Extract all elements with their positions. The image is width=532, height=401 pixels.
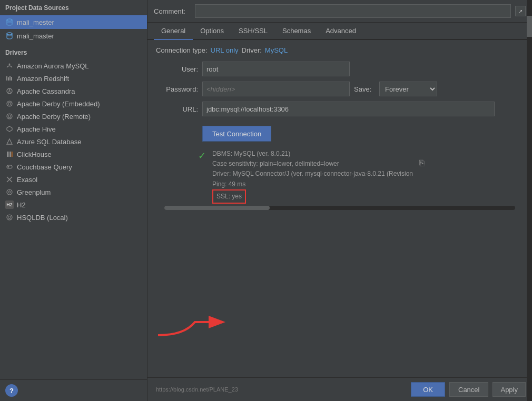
svg-rect-15 (7, 152, 8, 157)
datasource-item-mali-mester[interactable]: mali_mester (0, 15, 147, 29)
svg-point-2 (7, 33, 12, 35)
driver-label-exasol: Exasol (17, 176, 37, 184)
vertical-scrollbar[interactable] (527, 0, 532, 401)
apache-derby-remote-icon (5, 112, 14, 121)
url-input[interactable] (202, 102, 495, 116)
driver-label-apache-derby-embedded: Apache Derby (Embedded) (17, 100, 100, 108)
status-line-1: DBMS: MySQL (ver. 8.0.21) (212, 149, 413, 159)
driver-item-apache-cassandra[interactable]: Apache Cassandra (0, 85, 147, 97)
tab-ssh-ssl[interactable]: SSH/SSL (231, 23, 275, 40)
svg-point-10 (9, 89, 11, 91)
right-panel: Comment: ↗ General Options SSH/SSL Schem… (147, 0, 532, 401)
driver-item-hsqldb-local[interactable]: HSQLDB (Local) (0, 211, 147, 224)
svg-point-20 (8, 166, 9, 168)
driver-label-apache-hive: Apache Hive (17, 125, 56, 133)
password-input[interactable] (202, 82, 350, 96)
driver-label-h2: H2 (17, 201, 26, 209)
svg-rect-17 (10, 152, 11, 157)
user-input[interactable] (202, 62, 350, 76)
left-panel: Project Data Sources mali_mester mali_ma… (0, 0, 147, 401)
help-button[interactable]: ? (5, 384, 18, 397)
driver-label-apache-derby-remote: Apache Derby (Remote) (17, 113, 91, 121)
svg-rect-5 (6, 76, 7, 81)
svg-rect-6 (8, 77, 9, 81)
svg-marker-13 (7, 126, 12, 132)
datasource-label-mali-mester: mali_mester (17, 18, 54, 26)
save-select[interactable]: Forever Until restart Never (379, 82, 437, 96)
svg-point-26 (7, 215, 12, 220)
driver-item-apache-hive[interactable]: Apache Hive (0, 123, 147, 135)
apply-button[interactable]: Apply (492, 382, 526, 397)
clickhouse-icon (5, 150, 14, 158)
svg-rect-18 (12, 152, 13, 157)
driver-item-exasol[interactable]: Exasol (0, 173, 147, 186)
horizontal-scrollbar[interactable] (164, 206, 515, 210)
connection-type-value[interactable]: URL only (211, 46, 239, 54)
h2-icon: H2 (5, 200, 14, 209)
datasource-item-mali-master[interactable]: mali_master (0, 29, 147, 43)
copy-icon[interactable]: ⎘ (419, 158, 425, 168)
status-area: ✓ DBMS: MySQL (ver. 8.0.21) Case sensiti… (198, 149, 524, 204)
comment-input[interactable] (195, 4, 511, 18)
svg-rect-16 (8, 152, 9, 157)
driver-item-azure-sql-database[interactable]: Azure SQL Database (0, 135, 147, 148)
password-label: Password: (156, 85, 198, 93)
driver-item-couchbase-query[interactable]: Couchbase Query (0, 161, 147, 173)
driver-label-apache-cassandra: Apache Cassandra (17, 87, 75, 95)
drivers-section-title: Drivers (0, 43, 147, 59)
driver-label-azure-sql-database: Azure SQL Database (17, 138, 81, 146)
scrollbar-thumb (164, 206, 270, 210)
svg-rect-8 (11, 77, 12, 81)
svg-marker-14 (7, 139, 12, 144)
amazon-aurora-mysql-icon (5, 62, 14, 70)
driver-key-label: Driver: (242, 46, 262, 54)
driver-value[interactable]: MySQL (265, 46, 288, 54)
driver-label-hsqldb-local: HSQLDB (Local) (17, 214, 68, 222)
status-check-icon: ✓ (198, 150, 206, 162)
url-bar: https://blog.csdn.net/PLANE_23 (156, 386, 238, 393)
tab-general[interactable]: General (154, 23, 193, 40)
cancel-button[interactable]: Cancel (449, 382, 488, 397)
driver-item-clickhouse[interactable]: ClickHouse (0, 148, 147, 161)
driver-label-clickhouse: ClickHouse (17, 151, 52, 158)
content-area: Connection type: URL only Driver: MySQL … (147, 40, 532, 377)
couchbase-query-icon (5, 163, 14, 171)
status-line-3: Driver: MySQL Connector/J (ver. mysql-co… (212, 169, 413, 179)
comment-row: Comment: ↗ (147, 0, 532, 23)
driver-label-couchbase-query: Couchbase Query (17, 163, 72, 171)
greenplum-icon (5, 188, 14, 196)
driver-label-amazon-aurora-mysql: Amazon Aurora MySQL (17, 62, 89, 70)
driver-item-h2[interactable]: H2 H2 (0, 198, 147, 211)
datasource-icon-mali-mester (5, 18, 14, 26)
test-connection-button[interactable]: Test Connection (202, 126, 271, 142)
driver-label-amazon-redshift: Amazon Redshift (17, 75, 69, 83)
svg-point-24 (8, 191, 11, 193)
password-row: Password: Save: Forever Until restart Ne… (156, 82, 524, 96)
driver-item-apache-derby-remote[interactable]: Apache Derby (Remote) (0, 110, 147, 123)
connection-type-row: Connection type: URL only Driver: MySQL (156, 46, 524, 54)
save-label: Save: (354, 85, 375, 93)
comment-label: Comment: (154, 7, 191, 15)
user-row: User: (156, 62, 524, 76)
tab-schemas[interactable]: Schemas (275, 23, 318, 40)
driver-item-apache-derby-embedded[interactable]: Apache Derby (Embedded) (0, 97, 147, 110)
tab-options[interactable]: Options (193, 23, 231, 40)
tabs-row: General Options SSH/SSL Schemas Advanced (147, 23, 532, 40)
expand-button[interactable]: ↗ (515, 6, 526, 16)
svg-point-27 (8, 216, 11, 219)
driver-item-amazon-redshift[interactable]: Amazon Redshift (0, 72, 147, 85)
status-text: DBMS: MySQL (ver. 8.0.21) Case sensitivi… (212, 149, 413, 204)
driver-label-greenplum: Greenplum (17, 188, 51, 196)
azure-sql-database-icon (5, 137, 14, 146)
exasol-icon (5, 175, 14, 184)
hsqldb-local-icon (5, 213, 14, 222)
svg-rect-7 (9, 76, 11, 81)
status-line-4: Ping: 49 ms (212, 179, 413, 189)
driver-item-amazon-aurora-mysql[interactable]: Amazon Aurora MySQL (0, 59, 147, 72)
datasource-icon-mali-master (5, 32, 14, 40)
connection-type-label: Connection type: (156, 46, 208, 54)
ok-button[interactable]: OK (411, 382, 445, 397)
tab-advanced[interactable]: Advanced (318, 23, 363, 40)
apache-cassandra-icon (5, 87, 14, 95)
driver-item-greenplum[interactable]: Greenplum (0, 186, 147, 198)
